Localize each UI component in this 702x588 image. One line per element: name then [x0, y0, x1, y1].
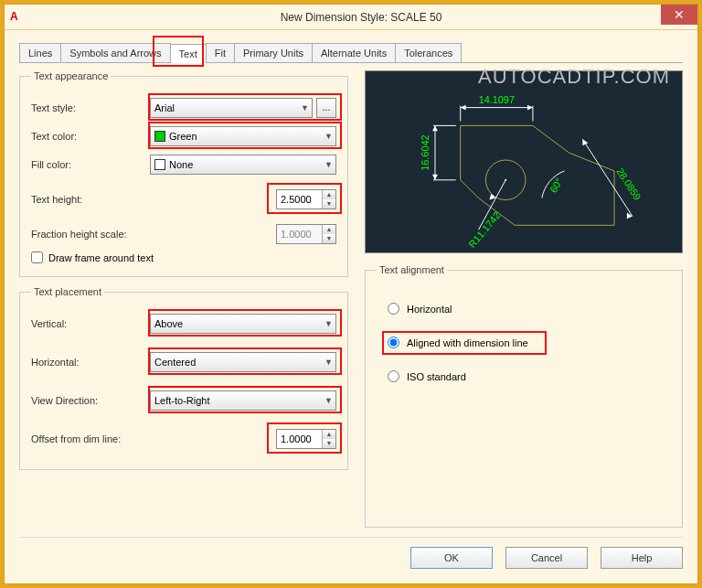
chevron-down-icon: ▼ [324, 358, 333, 367]
tab-symbols-arrows[interactable]: Symbols and Arrows [60, 43, 170, 62]
label-fraction-height: Fraction height scale: [31, 229, 150, 240]
preview-dim-top: 14.1097 [479, 94, 515, 105]
spinner-fraction-height-value: 1.0000 [281, 229, 312, 240]
checkbox-draw-frame[interactable] [31, 251, 43, 263]
tab-fit[interactable]: Fit [206, 43, 235, 62]
color-swatch-none [154, 159, 165, 170]
legend-alignment: Text alignment [377, 264, 447, 275]
close-button[interactable]: ✕ [661, 5, 697, 25]
spin-up-icon: ▲ [323, 225, 335, 234]
select-view-direction[interactable]: Left-to-Right ▼ [150, 390, 336, 411]
radio-iso[interactable] [388, 370, 399, 382]
group-text-alignment: Text alignment Horizontal Aligned with d… [365, 264, 683, 528]
label-text-color: Text color: [31, 131, 150, 142]
chevron-down-icon: ▼ [324, 132, 333, 141]
select-horizontal-value: Centered [154, 357, 196, 368]
tab-primary-units[interactable]: Primary Units [234, 43, 313, 62]
preview-dim-angle: 60° [548, 176, 565, 194]
tab-strip: Lines Symbols and Arrows Text Fit Primar… [19, 43, 683, 63]
spinner-offset-value: 1.0000 [281, 433, 312, 444]
select-fill-color-value: None [169, 159, 193, 170]
spin-down-icon: ▼ [323, 234, 335, 243]
ok-button[interactable]: OK [410, 547, 493, 569]
color-swatch-green [154, 131, 165, 142]
legend-placement: Text placement [31, 286, 104, 297]
label-vertical: Vertical: [31, 318, 150, 329]
select-vertical[interactable]: Above ▼ [150, 314, 336, 334]
chevron-down-icon: ▼ [301, 103, 309, 112]
label-text-height: Text height: [31, 194, 150, 205]
spinner-offset[interactable]: 1.0000 ▲▼ [276, 429, 336, 449]
spin-up-icon[interactable]: ▲ [323, 430, 335, 439]
label-offset: Offset from dim line: [31, 433, 150, 444]
spinner-text-height[interactable]: 2.5000 ▲▼ [276, 189, 336, 209]
titlebar: A New Dimension Style: SCALE 50 ✕ [5, 5, 697, 30]
label-view-direction: View Direction: [31, 395, 150, 406]
select-fill-color[interactable]: None ▼ [150, 155, 336, 175]
spin-down-icon[interactable]: ▼ [323, 439, 335, 448]
tab-tolerances[interactable]: Tolerances [395, 43, 462, 62]
help-button[interactable]: Help [601, 547, 683, 569]
label-horizontal: Horizontal: [31, 357, 150, 368]
group-text-appearance: Text appearance Text style: Arial ▼ ... … [19, 70, 348, 277]
chevron-down-icon: ▼ [324, 160, 333, 169]
dimension-preview: 14.1097 16.6042 28.0859 60° R11.1742 [365, 70, 683, 253]
spinner-text-height-value: 2.5000 [281, 194, 312, 205]
select-text-style[interactable]: Arial ▼ [150, 98, 313, 118]
tab-text[interactable]: Text [170, 44, 207, 63]
radio-aligned[interactable] [388, 337, 399, 348]
label-text-style: Text style: [31, 102, 150, 113]
radio-horizontal[interactable] [388, 303, 399, 315]
window-title: New Dimension Style: SCALE 50 [25, 11, 697, 24]
preview-dim-right: 28.0859 [614, 166, 643, 202]
cancel-button[interactable]: Cancel [505, 547, 588, 569]
select-horizontal[interactable]: Centered ▼ [150, 352, 336, 372]
label-fill-color: Fill color: [31, 159, 150, 170]
select-vertical-value: Above [154, 318, 183, 329]
select-text-style-value: Arial [154, 102, 175, 113]
group-text-placement: Text placement Vertical: Above ▼ Horizon… [19, 286, 348, 470]
chevron-down-icon: ▼ [324, 319, 333, 328]
preview-dim-radius: R11.1742 [466, 209, 503, 250]
label-align-aligned: Aligned with dimension line [407, 337, 528, 348]
label-align-horizontal: Horizontal [407, 304, 452, 315]
select-view-direction-value: Left-to-Right [154, 395, 210, 406]
dialog-footer: OK Cancel Help [19, 537, 683, 574]
spinner-fraction-height: 1.0000 ▲▼ [276, 224, 336, 244]
select-text-color[interactable]: Green ▼ [150, 126, 336, 146]
label-draw-frame: Draw frame around text [48, 252, 154, 263]
label-align-iso: ISO standard [407, 371, 466, 382]
preview-dim-left: 16.6042 [420, 134, 431, 170]
watermark: AUTOCADTIP.COM [478, 65, 670, 89]
browse-style-button[interactable]: ... [316, 98, 336, 118]
chevron-down-icon: ▼ [324, 396, 333, 405]
spin-up-icon[interactable]: ▲ [323, 190, 335, 199]
app-icon: A [10, 10, 25, 25]
select-text-color-value: Green [169, 131, 197, 142]
tab-alternate-units[interactable]: Alternate Units [312, 43, 396, 62]
legend-appearance: Text appearance [31, 70, 111, 81]
spin-down-icon[interactable]: ▼ [323, 199, 335, 208]
tab-lines[interactable]: Lines [19, 43, 61, 62]
